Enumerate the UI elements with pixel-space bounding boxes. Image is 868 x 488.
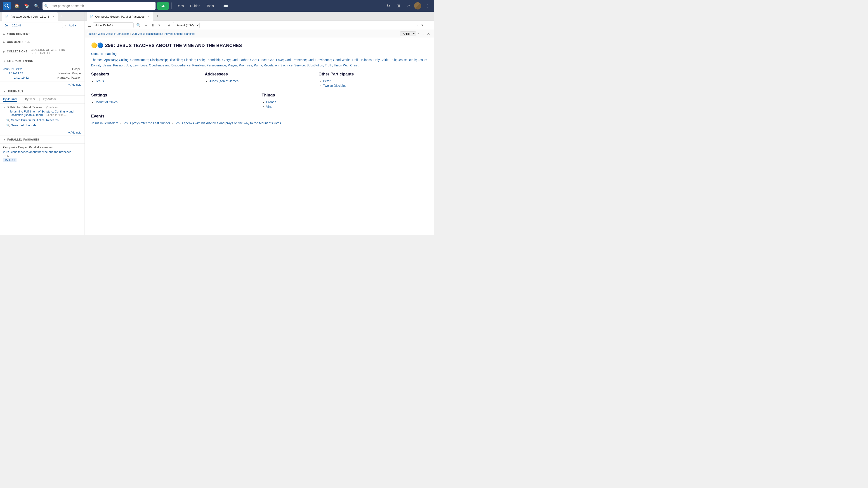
right-link-button[interactable]: ⚭: [144, 22, 148, 28]
theme-link[interactable]: Law: [133, 64, 138, 67]
breadcrumb-parent-link[interactable]: Passion Week: Jesus in Jerusalem: [88, 32, 129, 35]
tab-composite-gospel[interactable]: 📄 Composite Gospel: Parallel Passages ✕: [87, 12, 153, 21]
search-input[interactable]: [50, 4, 154, 8]
theme-link[interactable]: Promises: [239, 64, 252, 67]
parallel-link[interactable]: 298: Jesus teaches about the vine and th…: [3, 150, 81, 154]
right-mode-button[interactable]: ▾: [157, 22, 161, 28]
share-button[interactable]: ↗: [404, 2, 412, 10]
theme-link[interactable]: Commitment: [130, 58, 148, 62]
parallel-passages-header[interactable]: ▼ PARALLEL PASSAGES: [0, 136, 85, 144]
journal-name-row[interactable]: ▼ Bulletin for Biblical Research (1 arti…: [3, 105, 81, 109]
addressee-link[interactable]: Judas (son of James): [209, 79, 240, 83]
setting-link[interactable]: Mount of Olives: [96, 100, 118, 104]
theme-link[interactable]: God: Presence: [285, 58, 306, 62]
journal-article-link[interactable]: Johannine Fulfillment of Scripture: Cont…: [3, 109, 81, 118]
theme-link[interactable]: Apostasy: [104, 58, 117, 62]
theme-link[interactable]: Union With Christ: [334, 64, 359, 67]
go-button[interactable]: GO: [157, 2, 168, 10]
theme-link[interactable]: Election: [184, 58, 195, 62]
theme-link[interactable]: Jesus: Passion: [103, 64, 124, 67]
lit-ref-3[interactable]: 14:1–19:42: [14, 76, 29, 79]
theme-link[interactable]: Sacrifice: [280, 64, 292, 67]
layout-button[interactable]: ⊞: [394, 2, 402, 10]
breadcrumb-close-button[interactable]: ✕: [426, 31, 431, 36]
tab-by-year[interactable]: By Year: [25, 97, 35, 102]
participant-link[interactable]: Peter: [323, 79, 331, 83]
journal-expand-icon[interactable]: ▼: [3, 106, 5, 108]
theme-link[interactable]: Calling: [119, 58, 129, 62]
journals-header[interactable]: ▼ JOURNALS: [0, 88, 85, 96]
view-mode-select[interactable]: Article: [400, 31, 416, 36]
theme-link[interactable]: Good Works: [333, 58, 350, 62]
theme-link[interactable]: Service: [294, 64, 305, 67]
speaker-link[interactable]: Jesus: [96, 79, 104, 83]
theme-link[interactable]: God: Grace: [250, 58, 267, 62]
right-passage-input[interactable]: [93, 22, 133, 28]
theme-link[interactable]: Friendship: [206, 58, 220, 62]
theme-link[interactable]: Holy Spirit: Fruit: [373, 58, 396, 62]
thing-link[interactable]: Branch: [266, 100, 276, 104]
prev-arrow-button[interactable]: ‹: [411, 22, 415, 28]
passage-input[interactable]: [3, 23, 63, 28]
docs-button[interactable]: Docs: [174, 3, 186, 8]
add-tab-right-button[interactable]: +: [154, 13, 160, 20]
theme-link[interactable]: Holiness: [360, 58, 372, 62]
passage-clear-button[interactable]: ✕: [65, 24, 67, 27]
right-parallel-button[interactable]: ⏸: [150, 22, 156, 28]
more-button[interactable]: ⋮: [425, 22, 431, 28]
tools-button[interactable]: Tools: [204, 3, 216, 8]
theme-link[interactable]: Glory: [222, 58, 230, 62]
parallel-ref[interactable]: 15:1–17: [3, 158, 17, 162]
thing-link[interactable]: Vine: [266, 105, 273, 108]
theme-link[interactable]: God: Love: [268, 58, 283, 62]
theme-link[interactable]: Joy: [126, 64, 131, 67]
translation-select[interactable]: Default (ESV): [173, 22, 199, 28]
add-note-literary-button[interactable]: + Add note: [0, 82, 85, 88]
theme-link[interactable]: Perseverance: [207, 64, 226, 67]
section-collections[interactable]: ▶ COLLECTIONS Classics of Western Spirit…: [0, 46, 85, 57]
content-value[interactable]: Teaching: [104, 52, 117, 56]
theme-link[interactable]: Hell: [352, 58, 358, 62]
right-search-button[interactable]: 🔍: [135, 22, 142, 28]
search-journal-button[interactable]: 🔍 Search Bulletin for Biblical Research: [3, 118, 81, 123]
events-link-2[interactable]: Jesus prays after the Last Supper: [123, 121, 170, 125]
library-button[interactable]: 📚: [23, 2, 31, 10]
theme-link[interactable]: Parables: [192, 64, 205, 67]
theme-link[interactable]: Faith: [197, 58, 204, 62]
add-content-button[interactable]: Add ▾: [69, 24, 76, 27]
theme-link[interactable]: Revelation: [264, 64, 278, 67]
tab-by-journal[interactable]: By Journal: [3, 97, 17, 102]
theme-link[interactable]: Prayer: [228, 64, 237, 67]
home-button[interactable]: 🏠: [13, 2, 21, 10]
theme-link[interactable]: Love: [141, 64, 147, 67]
search-button[interactable]: 🔍: [33, 2, 41, 10]
breadcrumb-down-button[interactable]: ↓: [421, 32, 425, 36]
more-options-button[interactable]: ⋮: [423, 2, 431, 10]
theme-link[interactable]: Substitution: [307, 64, 323, 67]
more-menu-button[interactable]: ⋮: [78, 23, 82, 28]
lit-ref-2[interactable]: 1:19–21:23: [8, 72, 23, 75]
tab-close-composite[interactable]: ✕: [148, 15, 150, 18]
theme-link[interactable]: Truth: [325, 64, 332, 67]
theme-link[interactable]: Purity: [254, 64, 262, 67]
guides-button[interactable]: Guides: [188, 3, 202, 8]
theme-link[interactable]: Jesus: Death: [398, 58, 416, 62]
participant-link[interactable]: Twelve Disciples: [323, 84, 346, 88]
app-logo[interactable]: [3, 2, 11, 10]
theme-link[interactable]: Discipleship: [150, 58, 167, 62]
sync-button[interactable]: ↻: [384, 2, 393, 10]
theme-link[interactable]: God: Providence: [308, 58, 331, 62]
add-note-journals-button[interactable]: + Add note: [0, 130, 85, 135]
right-double-bar-button[interactable]: //: [167, 22, 171, 28]
terminal-button[interactable]: ⌨️: [222, 2, 230, 10]
theme-link[interactable]: Obedience and Disobedience: [149, 64, 191, 67]
lit-ref-1[interactable]: John 1:1–21:23: [3, 67, 24, 71]
section-your-content[interactable]: ▶ YOUR CONTENT: [0, 30, 85, 38]
literary-typing-header[interactable]: ▼ LITERARY TYPING: [0, 57, 85, 65]
hamburger-menu-button[interactable]: ☰: [88, 23, 91, 28]
breadcrumb-up-button[interactable]: ↑: [417, 32, 421, 36]
theme-link[interactable]: God: Father: [232, 58, 249, 62]
add-tab-left-button[interactable]: +: [59, 13, 65, 20]
events-link-3[interactable]: Jesus speaks with his disciples and pray…: [175, 121, 281, 125]
theme-link[interactable]: Discipline: [168, 58, 182, 62]
